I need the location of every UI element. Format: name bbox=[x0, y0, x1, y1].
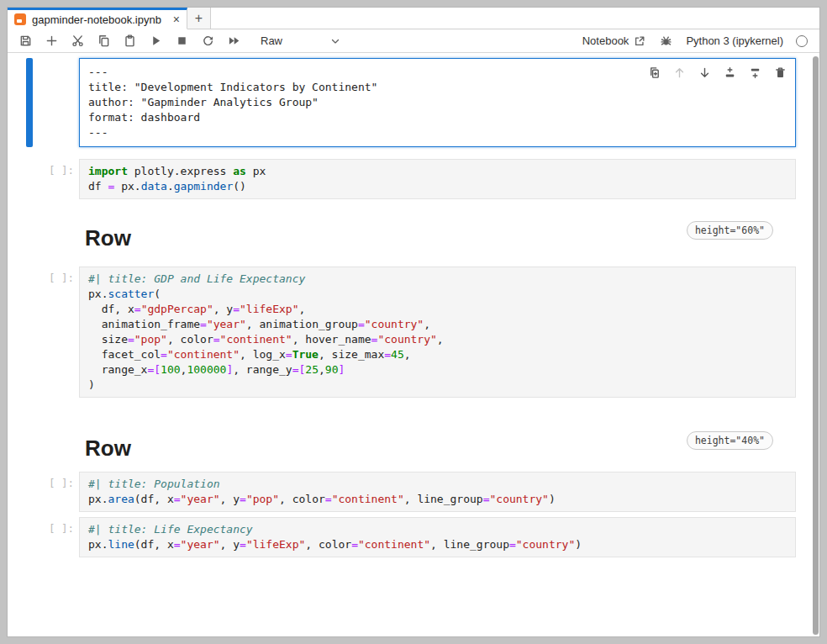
kernel-name[interactable]: Python 3 (ipykernel) bbox=[686, 34, 783, 47]
cell-plot-line: [ ]: #| title: Life Expectancypx.line(df… bbox=[8, 517, 819, 557]
cell-plot-area: [ ]: #| title: Populationpx.area(df, x="… bbox=[8, 472, 819, 512]
notebook-toolbar: Raw Notebook bbox=[8, 29, 819, 53]
insert-cell-icon bbox=[45, 34, 58, 47]
cell-prompt bbox=[33, 224, 79, 251]
delete-cell-icon bbox=[774, 66, 787, 79]
open-notebook-view-button[interactable]: Notebook bbox=[582, 34, 646, 47]
move-cell-down-icon bbox=[698, 66, 711, 79]
window-frame: gapminder-notebook.ipynb × + bbox=[0, 0, 827, 644]
cell-prompt bbox=[33, 435, 79, 462]
cell-prompt: [ ]: bbox=[33, 159, 79, 199]
save-button[interactable] bbox=[18, 34, 33, 49]
move-cell-down-button[interactable] bbox=[698, 66, 711, 79]
stop-icon bbox=[176, 34, 188, 47]
save-icon bbox=[19, 34, 32, 47]
cell-prompt: [ ]: bbox=[33, 472, 79, 512]
cell-type-value: Raw bbox=[261, 34, 282, 47]
duplicate-cell-button[interactable] bbox=[647, 66, 661, 79]
cut-icon bbox=[71, 34, 84, 47]
tab-title: gapminder-notebook.ipynb bbox=[32, 13, 161, 26]
cell-imports: [ ]: import plotly.express as pxdf = px.… bbox=[8, 159, 819, 199]
insert-cell-above-button[interactable] bbox=[723, 66, 736, 79]
insert-cell-above-icon bbox=[724, 66, 736, 79]
vertical-scrollbar-thumb[interactable] bbox=[813, 56, 819, 635]
raw-cell-editor[interactable]: ---title: "Development Indicators by Con… bbox=[79, 58, 796, 147]
code-cell-content: #| title: Populationpx.area(df, x="year"… bbox=[88, 477, 787, 507]
cell-collapser[interactable] bbox=[26, 58, 33, 147]
insert-cell-button[interactable] bbox=[44, 34, 59, 49]
restart-kernel-icon bbox=[202, 34, 214, 47]
cell-collapser[interactable] bbox=[26, 472, 33, 512]
notebook-icon bbox=[14, 13, 26, 25]
code-cell-editor[interactable]: #| title: GDP and Life Expectancypx.scat… bbox=[79, 267, 796, 398]
copy-icon bbox=[97, 34, 110, 47]
toolbar-right-group: Notebook Python 3 (ipykernel) bbox=[582, 34, 808, 49]
height-badge: height="40%" bbox=[687, 431, 773, 450]
move-cell-up-button[interactable] bbox=[672, 66, 686, 79]
paste-icon bbox=[124, 34, 136, 47]
chevron-down-icon bbox=[329, 35, 341, 47]
cell-collapser[interactable] bbox=[26, 159, 33, 199]
cell-collapser[interactable] bbox=[26, 435, 33, 462]
duplicate-cell-icon bbox=[648, 66, 661, 79]
code-cell-content: import plotly.express as pxdf = px.data.… bbox=[88, 164, 787, 194]
paste-cells-button[interactable] bbox=[122, 34, 137, 49]
cell-row-heading-2[interactable]: Row height="40%" bbox=[8, 423, 819, 470]
tab-bar: gapminder-notebook.ipynb × + bbox=[8, 8, 819, 29]
code-cell-content: #| title: Life Expectancypx.line(df, x="… bbox=[88, 522, 787, 552]
run-icon bbox=[150, 34, 162, 47]
debugger-toggle-button[interactable] bbox=[658, 34, 673, 49]
notebook-panel: ---title: "Development Indicators by Con… bbox=[8, 53, 819, 637]
run-all-icon bbox=[228, 34, 240, 47]
copy-cells-button[interactable] bbox=[96, 34, 111, 49]
code-cell-editor[interactable]: #| title: Life Expectancypx.line(df, x="… bbox=[79, 517, 796, 557]
jupyterlab-window: gapminder-notebook.ipynb × + bbox=[7, 7, 820, 637]
restart-run-all-button[interactable] bbox=[226, 34, 241, 49]
cut-cells-button[interactable] bbox=[70, 34, 85, 49]
cell-frontmatter: ---title: "Development Indicators by Con… bbox=[8, 58, 819, 147]
cell-row-heading-1[interactable]: Row height="60%" bbox=[8, 213, 819, 260]
restart-kernel-button[interactable] bbox=[200, 34, 215, 49]
kernel-status-icon[interactable] bbox=[796, 35, 808, 47]
cell-prompt: [ ]: bbox=[33, 267, 79, 398]
cell-prompt: [ ]: bbox=[33, 517, 79, 557]
external-link-icon bbox=[634, 35, 645, 47]
cell-toolbar bbox=[647, 66, 787, 79]
interrupt-kernel-button[interactable] bbox=[174, 34, 189, 49]
cell-prompt bbox=[33, 58, 79, 147]
insert-cell-below-icon bbox=[749, 66, 761, 79]
tab-gapminder-notebook[interactable]: gapminder-notebook.ipynb × bbox=[8, 8, 187, 29]
cell-collapser[interactable] bbox=[26, 224, 33, 251]
insert-cell-below-button[interactable] bbox=[748, 66, 761, 79]
notebook-view-label: Notebook bbox=[582, 34, 629, 47]
height-badge: height="60%" bbox=[687, 221, 773, 240]
run-cell-button[interactable] bbox=[148, 34, 163, 49]
debugger-bug-icon bbox=[660, 34, 672, 47]
code-cell-editor[interactable]: import plotly.express as pxdf = px.data.… bbox=[79, 159, 796, 199]
code-cell-editor[interactable]: #| title: Populationpx.area(df, x="year"… bbox=[79, 472, 796, 512]
new-tab-button[interactable]: + bbox=[187, 8, 211, 29]
close-tab-icon[interactable]: × bbox=[173, 13, 180, 25]
cell-collapser[interactable] bbox=[26, 267, 33, 398]
code-cell-content: #| title: GDP and Life Expectancypx.scat… bbox=[88, 272, 787, 393]
cell-type-dropdown[interactable]: Raw bbox=[261, 34, 341, 47]
cell-collapser[interactable] bbox=[26, 517, 33, 557]
move-cell-up-icon bbox=[673, 66, 686, 79]
cell-plot-scatter: [ ]: #| title: GDP and Life Expectancypx… bbox=[8, 267, 819, 398]
delete-cell-button[interactable] bbox=[773, 66, 787, 79]
